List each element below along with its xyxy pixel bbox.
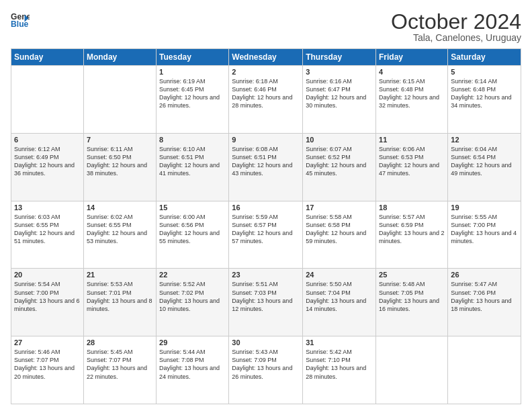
cell-2-0: 13Sunrise: 6:03 AM Sunset: 6:55 PM Dayli… bbox=[11, 201, 84, 269]
cell-content: Sunrise: 5:44 AM Sunset: 7:08 PM Dayligh… bbox=[159, 348, 226, 381]
cell-1-3: 9Sunrise: 6:08 AM Sunset: 6:51 PM Daylig… bbox=[229, 133, 303, 201]
day-number: 28 bbox=[87, 338, 153, 347]
col-sunday: Sunday bbox=[11, 49, 84, 66]
day-number: 27 bbox=[14, 338, 81, 347]
cell-4-5 bbox=[376, 336, 448, 404]
cell-1-1: 7Sunrise: 6:11 AM Sunset: 6:50 PM Daylig… bbox=[83, 133, 156, 201]
cell-content: Sunrise: 5:45 AM Sunset: 7:07 PM Dayligh… bbox=[87, 348, 153, 381]
cell-3-2: 22Sunrise: 5:52 AM Sunset: 7:02 PM Dayli… bbox=[157, 269, 229, 336]
cell-content: Sunrise: 5:55 AM Sunset: 7:00 PM Dayligh… bbox=[451, 213, 518, 246]
cell-0-2: 1Sunrise: 6:19 AM Sunset: 6:45 PM Daylig… bbox=[157, 66, 229, 134]
day-number: 12 bbox=[451, 136, 518, 144]
day-number: 1 bbox=[159, 68, 226, 76]
cell-content: Sunrise: 6:14 AM Sunset: 6:48 PM Dayligh… bbox=[451, 77, 518, 110]
cell-2-6: 19Sunrise: 5:55 AM Sunset: 7:00 PM Dayli… bbox=[448, 201, 521, 269]
svg-text:Blue: Blue bbox=[11, 19, 29, 29]
day-number: 22 bbox=[159, 271, 226, 279]
day-number: 21 bbox=[87, 271, 153, 279]
day-number: 20 bbox=[14, 271, 81, 279]
cell-0-0 bbox=[11, 66, 84, 134]
day-number: 17 bbox=[306, 203, 373, 212]
week-row-3: 13Sunrise: 6:03 AM Sunset: 6:55 PM Dayli… bbox=[11, 201, 521, 269]
day-number: 14 bbox=[87, 203, 153, 212]
cell-content: Sunrise: 6:10 AM Sunset: 6:51 PM Dayligh… bbox=[159, 145, 226, 178]
cell-4-4: 31Sunrise: 5:42 AM Sunset: 7:10 PM Dayli… bbox=[303, 336, 376, 404]
cell-content: Sunrise: 5:47 AM Sunset: 7:06 PM Dayligh… bbox=[451, 280, 518, 313]
cell-2-4: 17Sunrise: 5:58 AM Sunset: 6:58 PM Dayli… bbox=[303, 201, 376, 269]
day-number: 30 bbox=[232, 338, 300, 347]
day-number: 2 bbox=[232, 68, 300, 76]
cell-content: Sunrise: 5:48 AM Sunset: 7:05 PM Dayligh… bbox=[379, 280, 445, 313]
cell-content: Sunrise: 5:54 AM Sunset: 7:00 PM Dayligh… bbox=[14, 280, 81, 313]
cell-content: Sunrise: 5:58 AM Sunset: 6:58 PM Dayligh… bbox=[306, 213, 373, 246]
day-number: 11 bbox=[379, 136, 445, 144]
cell-0-3: 2Sunrise: 6:18 AM Sunset: 6:46 PM Daylig… bbox=[229, 66, 303, 134]
day-number: 13 bbox=[14, 203, 81, 212]
week-row-2: 6Sunrise: 6:12 AM Sunset: 6:49 PM Daylig… bbox=[11, 133, 521, 201]
cell-content: Sunrise: 6:02 AM Sunset: 6:55 PM Dayligh… bbox=[87, 213, 153, 246]
cell-0-1 bbox=[83, 66, 156, 134]
cell-0-6: 5Sunrise: 6:14 AM Sunset: 6:48 PM Daylig… bbox=[448, 66, 521, 134]
cell-1-0: 6Sunrise: 6:12 AM Sunset: 6:49 PM Daylig… bbox=[11, 133, 84, 201]
cell-content: Sunrise: 6:08 AM Sunset: 6:51 PM Dayligh… bbox=[232, 145, 300, 178]
cell-0-5: 4Sunrise: 6:15 AM Sunset: 6:48 PM Daylig… bbox=[376, 66, 448, 134]
cell-content: Sunrise: 6:16 AM Sunset: 6:47 PM Dayligh… bbox=[306, 77, 373, 110]
day-number: 8 bbox=[159, 136, 226, 144]
day-number: 23 bbox=[232, 271, 300, 279]
cell-content: Sunrise: 6:11 AM Sunset: 6:50 PM Dayligh… bbox=[87, 145, 153, 178]
cell-content: Sunrise: 5:50 AM Sunset: 7:04 PM Dayligh… bbox=[306, 280, 373, 313]
cell-1-2: 8Sunrise: 6:10 AM Sunset: 6:51 PM Daylig… bbox=[157, 133, 229, 201]
cell-2-2: 15Sunrise: 6:00 AM Sunset: 6:56 PM Dayli… bbox=[157, 201, 229, 269]
cell-content: Sunrise: 5:51 AM Sunset: 7:03 PM Dayligh… bbox=[232, 280, 300, 313]
calendar-table: Sunday Monday Tuesday Wednesday Thursday… bbox=[11, 48, 521, 404]
day-number: 4 bbox=[379, 68, 445, 76]
cell-1-6: 12Sunrise: 6:04 AM Sunset: 6:54 PM Dayli… bbox=[448, 133, 521, 201]
col-tuesday: Tuesday bbox=[157, 49, 229, 66]
cell-content: Sunrise: 5:42 AM Sunset: 7:10 PM Dayligh… bbox=[306, 348, 373, 381]
day-number: 29 bbox=[159, 338, 226, 347]
cell-3-0: 20Sunrise: 5:54 AM Sunset: 7:00 PM Dayli… bbox=[11, 269, 84, 336]
col-thursday: Thursday bbox=[303, 49, 376, 66]
day-number: 5 bbox=[451, 68, 518, 76]
cell-2-1: 14Sunrise: 6:02 AM Sunset: 6:55 PM Dayli… bbox=[83, 201, 156, 269]
col-monday: Monday bbox=[83, 49, 156, 66]
day-number: 10 bbox=[306, 136, 373, 144]
col-saturday: Saturday bbox=[448, 49, 521, 66]
day-number: 15 bbox=[159, 203, 226, 212]
day-number: 18 bbox=[379, 203, 445, 212]
cell-2-5: 18Sunrise: 5:57 AM Sunset: 6:59 PM Dayli… bbox=[376, 201, 448, 269]
day-number: 16 bbox=[232, 203, 300, 212]
logo-icon: General Blue bbox=[11, 11, 30, 30]
month-title: October 2024 bbox=[391, 11, 521, 32]
cell-4-0: 27Sunrise: 5:46 AM Sunset: 7:07 PM Dayli… bbox=[11, 336, 84, 404]
header-row: Sunday Monday Tuesday Wednesday Thursday… bbox=[11, 49, 521, 66]
title-block: October 2024 Tala, Canelones, Uruguay bbox=[391, 11, 521, 43]
day-number: 31 bbox=[306, 338, 373, 347]
cell-1-4: 10Sunrise: 6:07 AM Sunset: 6:52 PM Dayli… bbox=[303, 133, 376, 201]
logo: General Blue bbox=[11, 11, 30, 30]
cell-3-4: 24Sunrise: 5:50 AM Sunset: 7:04 PM Dayli… bbox=[303, 269, 376, 336]
cell-content: Sunrise: 6:06 AM Sunset: 6:53 PM Dayligh… bbox=[379, 145, 445, 178]
day-number: 19 bbox=[451, 203, 518, 212]
cell-3-5: 25Sunrise: 5:48 AM Sunset: 7:05 PM Dayli… bbox=[376, 269, 448, 336]
cell-4-6 bbox=[448, 336, 521, 404]
cell-content: Sunrise: 6:19 AM Sunset: 6:45 PM Dayligh… bbox=[159, 77, 226, 110]
week-row-1: 1Sunrise: 6:19 AM Sunset: 6:45 PM Daylig… bbox=[11, 66, 521, 134]
cell-3-6: 26Sunrise: 5:47 AM Sunset: 7:06 PM Dayli… bbox=[448, 269, 521, 336]
cell-content: Sunrise: 5:57 AM Sunset: 6:59 PM Dayligh… bbox=[379, 213, 445, 246]
cell-content: Sunrise: 5:52 AM Sunset: 7:02 PM Dayligh… bbox=[159, 280, 226, 313]
cell-content: Sunrise: 5:43 AM Sunset: 7:09 PM Dayligh… bbox=[232, 348, 300, 381]
cell-content: Sunrise: 5:46 AM Sunset: 7:07 PM Dayligh… bbox=[14, 348, 81, 381]
cell-content: Sunrise: 6:07 AM Sunset: 6:52 PM Dayligh… bbox=[306, 145, 373, 178]
week-row-4: 20Sunrise: 5:54 AM Sunset: 7:00 PM Dayli… bbox=[11, 269, 521, 336]
cell-content: Sunrise: 5:59 AM Sunset: 6:57 PM Dayligh… bbox=[232, 213, 300, 246]
day-number: 6 bbox=[14, 136, 81, 144]
week-row-5: 27Sunrise: 5:46 AM Sunset: 7:07 PM Dayli… bbox=[11, 336, 521, 404]
location-subtitle: Tala, Canelones, Uruguay bbox=[391, 32, 521, 43]
cell-content: Sunrise: 6:18 AM Sunset: 6:46 PM Dayligh… bbox=[232, 77, 300, 110]
cell-content: Sunrise: 6:03 AM Sunset: 6:55 PM Dayligh… bbox=[14, 213, 81, 246]
col-wednesday: Wednesday bbox=[229, 49, 303, 66]
col-friday: Friday bbox=[376, 49, 448, 66]
cell-3-1: 21Sunrise: 5:53 AM Sunset: 7:01 PM Dayli… bbox=[83, 269, 156, 336]
cell-content: Sunrise: 6:04 AM Sunset: 6:54 PM Dayligh… bbox=[451, 145, 518, 178]
